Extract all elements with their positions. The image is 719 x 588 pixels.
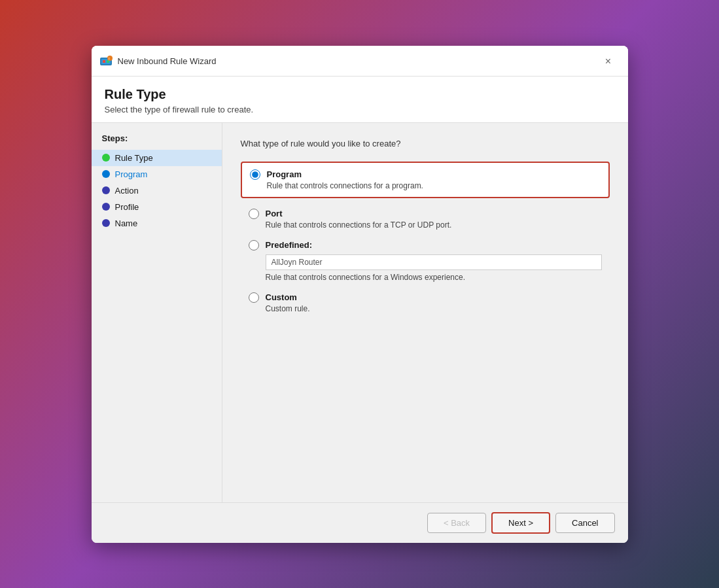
title-bar-left: ! New Inbound Rule Wizard <box>99 55 217 68</box>
radio-desc-custom: Custom rule. <box>266 304 602 313</box>
option-custom[interactable]: Custom Custom rule. <box>241 292 610 313</box>
question-text: What type of rule would you like to crea… <box>241 139 610 148</box>
radio-label-program[interactable]: Program <box>267 169 302 179</box>
header-subtitle: Select the type of firewall rule to crea… <box>105 105 615 114</box>
radio-program[interactable] <box>250 169 260 180</box>
radio-label-predefined[interactable]: Predefined: <box>266 240 313 250</box>
title-bar: ! New Inbound Rule Wizard × <box>92 46 628 77</box>
sidebar-label-name: Name <box>115 218 138 228</box>
next-button[interactable]: Next > <box>491 512 550 534</box>
content-area: Steps: Rule Type Program Action Profile … <box>92 123 628 502</box>
main-content: What type of rule would you like to crea… <box>222 123 628 502</box>
back-button[interactable]: < Back <box>427 513 486 533</box>
cancel-button[interactable]: Cancel <box>555 513 614 533</box>
sidebar-item-name[interactable]: Name <box>92 215 222 232</box>
header-section: Rule Type Select the type of firewall ru… <box>92 77 628 123</box>
radio-predefined[interactable] <box>249 240 259 251</box>
radio-desc-program: Rule that controls connections for a pro… <box>267 181 601 190</box>
dialog-window: ! New Inbound Rule Wizard × Rule Type Se… <box>92 46 628 543</box>
title-bar-text: New Inbound Rule Wizard <box>118 56 217 66</box>
bottom-bar: < Back Next > Cancel <box>92 502 628 543</box>
header-title: Rule Type <box>105 87 615 102</box>
radio-desc-port: Rule that controls connections for a TCP… <box>266 220 602 230</box>
step-dot-program <box>102 170 110 178</box>
radio-desc-predefined: Rule that controls connections for a Win… <box>266 273 602 282</box>
option-port[interactable]: Port Rule that controls connections for … <box>241 209 610 230</box>
sidebar-label-action: Action <box>115 186 139 196</box>
option-predefined[interactable]: Predefined: AllJoyn Router Rule that con… <box>241 240 610 282</box>
radio-custom[interactable] <box>249 292 259 303</box>
step-dot-profile <box>102 203 110 211</box>
step-dot-rule-type <box>102 154 110 162</box>
radio-label-custom[interactable]: Custom <box>266 292 297 302</box>
radio-label-port[interactable]: Port <box>266 209 283 218</box>
step-dot-name <box>102 219 110 227</box>
sidebar-label-program: Program <box>115 169 148 179</box>
predefined-dropdown[interactable]: AllJoyn Router <box>266 254 602 270</box>
sidebar-item-rule-type[interactable]: Rule Type <box>92 150 222 166</box>
sidebar-steps-label: Steps: <box>92 133 222 150</box>
sidebar-item-profile[interactable]: Profile <box>92 199 222 215</box>
svg-rect-2 <box>103 60 105 63</box>
sidebar-item-program[interactable]: Program <box>92 166 222 182</box>
sidebar-item-action[interactable]: Action <box>92 182 222 199</box>
radio-group: Program Rule that controls connections f… <box>241 162 610 313</box>
step-dot-action <box>102 186 110 194</box>
sidebar-label-rule-type: Rule Type <box>115 153 153 163</box>
radio-port[interactable] <box>249 209 259 219</box>
sidebar: Steps: Rule Type Program Action Profile … <box>92 123 222 502</box>
sidebar-label-profile: Profile <box>115 202 139 212</box>
firewall-icon: ! <box>99 55 113 68</box>
option-program[interactable]: Program Rule that controls connections f… <box>241 162 610 198</box>
close-button[interactable]: × <box>599 52 618 71</box>
